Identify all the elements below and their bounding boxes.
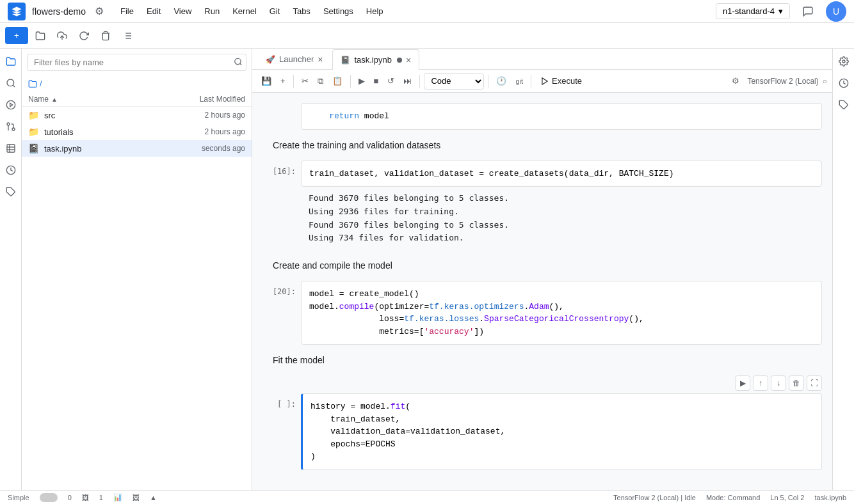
file-panel-toolbar bbox=[22, 49, 252, 76]
titlebar-right: n1-standard-4 ▾ U bbox=[716, 1, 846, 22]
paste-button[interactable]: 📋 bbox=[328, 73, 346, 90]
tab-task-close[interactable]: × bbox=[406, 56, 411, 65]
cell-body: history = model.fit( train_dataset, vali… bbox=[301, 393, 822, 470]
list-item[interactable]: 📓 task.ipynb seconds ago bbox=[22, 140, 252, 157]
sort-arrow-icon: ▲ bbox=[51, 96, 58, 103]
kernel-gear-icon[interactable]: ⚙ bbox=[728, 73, 743, 90]
toolbar-separator bbox=[350, 75, 351, 88]
tab-launcher-close[interactable]: × bbox=[318, 55, 323, 64]
menu-kernel[interactable]: Kernel bbox=[227, 5, 262, 17]
run-cell-button[interactable]: ▶ bbox=[735, 375, 750, 391]
folder-icon-btn[interactable] bbox=[31, 26, 50, 45]
file-panel: / Name ▲ Last Modified 📁 src 2 hours ago… bbox=[22, 49, 252, 490]
status-icon4: ▲ bbox=[150, 494, 157, 501]
sidebar-item-git[interactable] bbox=[2, 118, 20, 136]
refresh-icon-btn[interactable] bbox=[74, 26, 93, 45]
sidebar-item-extensions[interactable] bbox=[2, 183, 20, 201]
main-toolbar: + bbox=[0, 23, 854, 49]
sidebar-item-files[interactable] bbox=[2, 52, 20, 70]
stop-button[interactable]: ■ bbox=[370, 73, 383, 90]
file-modified: seconds ago bbox=[168, 144, 245, 153]
menu-bar: File Edit View Run Kernel Git Tabs Setti… bbox=[115, 5, 389, 17]
delete-cell-button[interactable]: 🗑 bbox=[789, 375, 804, 391]
code-input[interactable]: train_dataset, validation_dataset = crea… bbox=[301, 161, 822, 187]
simple-toggle[interactable] bbox=[40, 493, 58, 502]
filename-text: task.ipynb bbox=[814, 494, 846, 501]
toolbar-separator bbox=[488, 75, 488, 88]
user-avatar[interactable]: U bbox=[826, 1, 846, 22]
save-button[interactable]: 💾 bbox=[257, 73, 275, 90]
new-button[interactable]: + bbox=[5, 27, 28, 44]
svg-point-9 bbox=[6, 100, 15, 109]
cell-md-training: Create the training and validation datas… bbox=[262, 135, 822, 155]
cell-body: model = create_model() model.compile(opt… bbox=[301, 281, 822, 345]
instance-dropdown-icon: ▾ bbox=[778, 6, 783, 16]
filter-input[interactable] bbox=[27, 54, 246, 71]
menu-file[interactable]: File bbox=[115, 5, 139, 17]
run-button[interactable]: ▶ bbox=[355, 73, 369, 90]
cell-16: [16]: train_dataset, validation_dataset … bbox=[262, 161, 822, 251]
svg-marker-10 bbox=[10, 103, 12, 106]
cut-button[interactable]: ✂ bbox=[298, 73, 312, 90]
list-item[interactable]: 📁 src 2 hours ago bbox=[22, 107, 252, 123]
move-down-button[interactable]: ↓ bbox=[771, 375, 786, 391]
col-header-modified[interactable]: Last Modified bbox=[168, 95, 245, 104]
svg-rect-14 bbox=[7, 145, 15, 152]
execute-button[interactable]: Execute bbox=[535, 75, 587, 87]
tab-launcher[interactable]: 🚀 Launcher × bbox=[257, 49, 331, 69]
code-input[interactable]: history = model.fit( train_dataset, vali… bbox=[301, 393, 822, 470]
list-item[interactable]: 📁 tutorials 2 hours ago bbox=[22, 123, 252, 140]
menu-view[interactable]: View bbox=[168, 5, 197, 17]
breadcrumb[interactable]: / bbox=[22, 76, 252, 92]
sidebar-item-clock[interactable] bbox=[2, 161, 20, 179]
cell-prompt: [ ]: bbox=[262, 393, 301, 470]
col-header-name[interactable]: Name ▲ bbox=[28, 95, 168, 104]
sidebar-item-run[interactable] bbox=[2, 96, 20, 114]
app-logo bbox=[8, 3, 26, 20]
settings-gear-icon[interactable]: ⚙ bbox=[95, 5, 104, 17]
svg-point-20 bbox=[235, 58, 241, 64]
launcher-tab-icon: 🚀 bbox=[266, 55, 275, 64]
eraser-icon-btn[interactable] bbox=[96, 26, 115, 45]
file-list: 📁 src 2 hours ago 📁 tutorials 2 hours ag… bbox=[22, 107, 252, 490]
copy-button[interactable]: ⧉ bbox=[314, 73, 327, 90]
menu-help[interactable]: Help bbox=[361, 5, 389, 17]
clock-button[interactable]: 🕐 bbox=[492, 73, 510, 90]
status-count2: 1 bbox=[99, 494, 103, 501]
sidebar-item-table[interactable] bbox=[2, 139, 20, 157]
expand-button[interactable]: ⛶ bbox=[807, 375, 822, 391]
right-sidebar-settings-icon[interactable] bbox=[835, 52, 853, 70]
git-button[interactable]: git bbox=[512, 73, 527, 90]
notebook-area: 🚀 Launcher × 📓 task.ipynb × 💾 + ✂ ⧉ 📋 ▶ … bbox=[252, 49, 832, 490]
menu-edit[interactable]: Edit bbox=[141, 5, 166, 17]
file-modified: 2 hours ago bbox=[168, 127, 245, 136]
sidebar-item-search[interactable] bbox=[2, 74, 20, 92]
restart-button[interactable]: ↺ bbox=[383, 73, 398, 90]
menu-settings[interactable]: Settings bbox=[318, 5, 359, 17]
move-up-button[interactable]: ↑ bbox=[753, 375, 768, 391]
right-sidebar-extensions-icon[interactable] bbox=[835, 96, 853, 114]
folder-icon: 📁 bbox=[28, 110, 39, 120]
cell-md-compile: Create and compile the model bbox=[262, 255, 822, 276]
tab-task-ipynb[interactable]: 📓 task.ipynb × bbox=[332, 49, 419, 70]
menu-tabs[interactable]: Tabs bbox=[287, 5, 315, 17]
instance-selector[interactable]: n1-standard-4 ▾ bbox=[716, 3, 790, 19]
cell-20: [20]: model = create_model() model.compi… bbox=[262, 281, 822, 345]
status-right: TensorFlow 2 (Local) | Idle Mode: Comman… bbox=[613, 494, 846, 501]
menu-run[interactable]: Run bbox=[199, 5, 225, 17]
upload-icon-btn[interactable] bbox=[52, 26, 72, 45]
add-cell-button[interactable]: + bbox=[277, 73, 289, 90]
menu-git[interactable]: Git bbox=[264, 5, 286, 17]
list-icon-btn[interactable] bbox=[118, 26, 137, 45]
status-count1: 0 bbox=[68, 494, 72, 501]
code-input[interactable]: model = create_model() model.compile(opt… bbox=[301, 281, 822, 345]
comment-icon-btn[interactable] bbox=[798, 1, 818, 22]
cell-type-select[interactable]: Code Markdown Raw bbox=[424, 73, 484, 90]
fast-forward-button[interactable]: ⏭ bbox=[399, 73, 415, 90]
svg-point-12 bbox=[7, 123, 10, 125]
right-sidebar bbox=[832, 49, 854, 490]
tab-launcher-label: Launcher bbox=[279, 54, 314, 64]
instance-label: n1-standard-4 bbox=[723, 6, 775, 16]
code-input[interactable]: return model bbox=[301, 103, 822, 130]
right-sidebar-clock-icon[interactable] bbox=[835, 74, 853, 92]
